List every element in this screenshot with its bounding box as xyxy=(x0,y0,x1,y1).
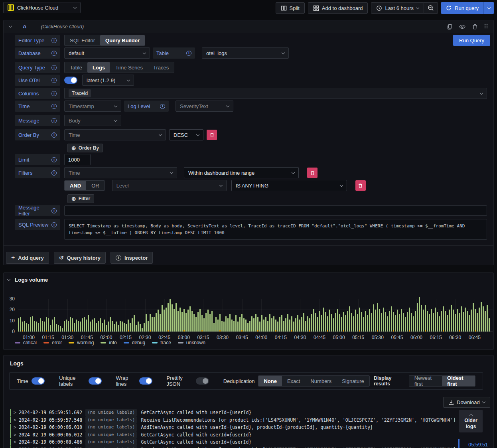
order-by-field-select[interactable]: Time xyxy=(64,129,166,140)
info-icon[interactable]: i xyxy=(51,208,57,213)
database-select[interactable]: default xyxy=(64,47,150,59)
legend-item-trace[interactable]: trace xyxy=(152,340,171,345)
download-button[interactable]: Download xyxy=(443,397,490,408)
wrap-lines-toggle[interactable] xyxy=(139,377,152,385)
unique-labels-toggle[interactable] xyxy=(89,377,102,385)
time-toggle[interactable] xyxy=(32,377,45,385)
time-range-button[interactable]: Last 6 hours xyxy=(371,2,424,14)
info-icon[interactable]: i xyxy=(51,104,57,109)
log-row[interactable]: >2024-02-19 06:00:18.663(no unique label… xyxy=(7,446,461,448)
time-toggle-group: Time xyxy=(17,377,45,385)
expand-row-icon[interactable]: > xyxy=(14,409,16,416)
log-row[interactable]: >2024-02-19 05:59:51.692(no unique label… xyxy=(7,409,461,416)
log-level-column-select[interactable]: SeverityText xyxy=(176,101,233,112)
deduplication-radio-group-option[interactable]: Signature xyxy=(337,376,369,386)
query-history-button[interactable]: ↺Query history xyxy=(54,252,106,264)
volume-bar xyxy=(241,314,243,332)
add-order-by-button[interactable]: ⊕Order By xyxy=(67,144,103,152)
table-select[interactable]: otel_logs xyxy=(202,47,289,59)
order-by-direction-select[interactable]: DESC xyxy=(169,129,203,140)
info-icon[interactable]: i xyxy=(160,104,165,109)
legend-item-critical[interactable]: critical xyxy=(15,340,37,345)
duplicate-query-icon[interactable] xyxy=(447,24,452,30)
info-icon[interactable]: i xyxy=(51,222,57,227)
time-column-select[interactable]: Timestamp xyxy=(64,101,121,112)
collapse-chevron-icon[interactable] xyxy=(7,278,10,281)
expand-row-icon[interactable]: > xyxy=(14,438,16,446)
query-row-header[interactable]: A (ClickHouse Cloud) xyxy=(4,20,493,33)
log-row[interactable]: >2024-02-19 05:59:57.548(no unique label… xyxy=(7,416,461,424)
prettify-json-toggle[interactable] xyxy=(196,377,209,385)
info-icon[interactable]: i xyxy=(51,78,57,83)
scroll-position-marker[interactable] xyxy=(458,439,460,448)
volume-bar xyxy=(108,322,109,332)
expand-row-icon[interactable]: > xyxy=(14,446,16,448)
info-icon[interactable]: i xyxy=(51,51,57,56)
columns-multiselect[interactable]: TraceId xyxy=(64,88,487,99)
info-icon[interactable]: i xyxy=(51,157,57,162)
remove-query-trash-icon[interactable] xyxy=(472,24,477,30)
legend-item-info[interactable]: info xyxy=(101,340,116,345)
legend-item-unknown[interactable]: unknown xyxy=(178,340,205,345)
legend-item-warning[interactable]: warning xyxy=(69,340,94,345)
editor-type-radio-group-option[interactable]: Query Builder xyxy=(100,35,145,45)
info-icon[interactable]: i xyxy=(51,170,57,176)
filter-field-select[interactable]: Time xyxy=(64,167,177,178)
older-logs-button[interactable]: Olderlogs xyxy=(459,410,483,432)
filter-operator-radio-group-option[interactable]: AND xyxy=(65,181,86,190)
query-type-radio-group-option[interactable]: Table xyxy=(65,62,87,73)
sub-filter-condition-select[interactable]: IS ANYTHING xyxy=(231,180,347,191)
info-icon[interactable]: i xyxy=(51,91,57,96)
info-icon[interactable]: i xyxy=(51,38,57,43)
run-query-button[interactable]: Run query xyxy=(441,2,483,14)
info-icon[interactable]: i xyxy=(51,132,57,138)
logs-volume-header[interactable]: Logs volume xyxy=(4,273,493,283)
editor-type-radio-group-option[interactable]: SQL Editor xyxy=(65,35,100,45)
run-query-dropdown-button[interactable] xyxy=(483,2,494,14)
sub-filter-field-select[interactable]: Level xyxy=(112,180,227,191)
expand-row-icon[interactable]: > xyxy=(14,431,16,439)
deduplication-radio-group-option[interactable]: Numbers xyxy=(305,376,337,386)
hide-response-eye-icon[interactable] xyxy=(459,24,465,30)
log-row[interactable]: >2024-02-19 06:00:08.486(no unique label… xyxy=(7,438,461,446)
log-row[interactable]: >2024-02-19 06:00:06.010(no unique label… xyxy=(7,424,461,431)
split-button[interactable]: Split xyxy=(276,2,305,14)
remove-order-by-button[interactable] xyxy=(207,130,217,140)
drag-handle-icon[interactable] xyxy=(484,24,488,30)
query-type-radio-group-option[interactable]: Traces xyxy=(148,62,174,73)
remove-sub-filter-button[interactable] xyxy=(355,180,366,191)
display-results-radio-group-option[interactable]: Newest first xyxy=(409,376,442,386)
info-icon[interactable]: i xyxy=(186,51,191,56)
expand-row-icon[interactable]: > xyxy=(14,416,16,424)
legend-item-error[interactable]: error xyxy=(43,340,62,345)
query-type-radio-group-option[interactable]: Time Series xyxy=(110,62,148,73)
filter-condition-select[interactable]: Within dashboard time range xyxy=(184,167,299,178)
display-results-radio-group-option[interactable]: Oldest first xyxy=(442,376,475,386)
filter-operator-radio-group-option[interactable]: OR xyxy=(86,181,105,190)
remove-filter-button[interactable] xyxy=(307,168,318,178)
add-filter-button[interactable]: ⊕Filter xyxy=(67,194,94,203)
info-icon[interactable]: i xyxy=(51,118,57,123)
collapse-chevron-icon[interactable] xyxy=(9,24,12,28)
legend-item-debug[interactable]: debug xyxy=(124,340,145,345)
volume-bar xyxy=(68,321,69,332)
add-query-button[interactable]: +Add query xyxy=(6,252,49,264)
deduplication-radio-group-option[interactable]: None xyxy=(258,376,282,386)
log-row[interactable]: >2024-02-19 06:00:06.012(no unique label… xyxy=(7,431,461,439)
datasource-picker[interactable]: ClickHouse Cloud xyxy=(3,2,81,13)
use-otel-toggle[interactable] xyxy=(64,77,77,84)
otel-version-select[interactable]: latest (1.2.9) xyxy=(82,75,134,86)
add-to-dashboard-button[interactable]: Add to dashboard xyxy=(308,2,368,14)
message-column-select[interactable]: Body xyxy=(64,115,121,126)
zoom-out-button[interactable] xyxy=(424,2,438,14)
limit-input[interactable] xyxy=(64,154,91,165)
deduplication-radio-group-option[interactable]: Exact xyxy=(282,376,306,386)
run-query-panel-button[interactable]: Run Query xyxy=(453,35,490,46)
column-chip[interactable]: TraceId xyxy=(69,89,91,97)
query-type-radio-group-option[interactable]: Logs xyxy=(87,62,110,73)
inspector-button[interactable]: iInspector xyxy=(110,252,153,264)
expand-row-icon[interactable]: > xyxy=(14,424,16,431)
info-icon[interactable]: i xyxy=(51,65,57,70)
filter-operator-radio-group: ANDOR xyxy=(64,180,105,191)
message-filter-input[interactable] xyxy=(64,205,487,216)
